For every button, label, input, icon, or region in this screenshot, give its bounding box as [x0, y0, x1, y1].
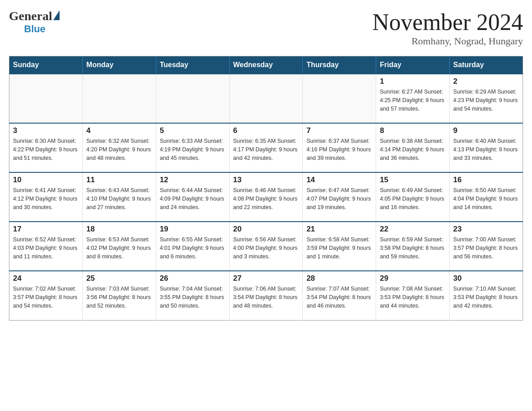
logo-blue-text: Blue: [24, 23, 46, 35]
calendar-day-cell: 20Sunrise: 6:56 AM Sunset: 4:00 PM Dayli…: [229, 222, 303, 271]
day-info: Sunrise: 6:50 AM Sunset: 4:04 PM Dayligh…: [453, 186, 519, 211]
day-number: 1: [380, 77, 446, 86]
day-info: Sunrise: 7:10 AM Sunset: 3:53 PM Dayligh…: [453, 285, 519, 310]
logo-block: General Blue: [9, 9, 60, 35]
calendar-week-row: 1Sunrise: 6:27 AM Sunset: 4:25 PM Daylig…: [9, 74, 523, 123]
page-location: Romhany, Nograd, Hungary: [373, 35, 523, 47]
calendar-day-cell: 3Sunrise: 6:30 AM Sunset: 4:22 PM Daylig…: [9, 123, 83, 172]
logo-general-text: General: [9, 9, 52, 23]
calendar-week-row: 3Sunrise: 6:30 AM Sunset: 4:22 PM Daylig…: [9, 123, 523, 172]
calendar-day-cell: 14Sunrise: 6:47 AM Sunset: 4:07 PM Dayli…: [303, 172, 376, 222]
day-info: Sunrise: 6:40 AM Sunset: 4:13 PM Dayligh…: [453, 137, 519, 162]
day-number: 7: [306, 126, 372, 135]
day-info: Sunrise: 6:53 AM Sunset: 4:02 PM Dayligh…: [86, 235, 152, 261]
logo-row1: General: [9, 9, 60, 23]
calendar-day-cell: 26Sunrise: 7:04 AM Sunset: 3:55 PM Dayli…: [156, 271, 229, 320]
calendar-day-cell: 4Sunrise: 6:32 AM Sunset: 4:20 PM Daylig…: [82, 123, 156, 172]
day-number: 27: [233, 274, 299, 283]
day-number: 29: [380, 274, 446, 283]
day-number: 16: [453, 176, 519, 184]
calendar-day-cell: 2Sunrise: 6:29 AM Sunset: 4:23 PM Daylig…: [450, 74, 523, 123]
calendar-day-cell: 7Sunrise: 6:37 AM Sunset: 4:16 PM Daylig…: [303, 123, 376, 172]
day-number: 14: [306, 176, 372, 184]
calendar-week-row: 17Sunrise: 6:52 AM Sunset: 4:03 PM Dayli…: [9, 222, 523, 271]
calendar-day-cell: 27Sunrise: 7:06 AM Sunset: 3:54 PM Dayli…: [229, 271, 303, 320]
day-info: Sunrise: 7:06 AM Sunset: 3:54 PM Dayligh…: [233, 285, 299, 310]
day-number: 10: [13, 176, 79, 184]
day-info: Sunrise: 6:52 AM Sunset: 4:03 PM Dayligh…: [13, 235, 79, 261]
day-of-week-header: Sunday: [9, 56, 83, 74]
day-info: Sunrise: 6:58 AM Sunset: 3:59 PM Dayligh…: [306, 235, 372, 261]
page-title: November 2024: [373, 9, 523, 35]
calendar-day-cell: 21Sunrise: 6:58 AM Sunset: 3:59 PM Dayli…: [303, 222, 376, 271]
page-header: General Blue November 2024 Romhany, Nogr…: [9, 9, 523, 47]
day-info: Sunrise: 6:56 AM Sunset: 4:00 PM Dayligh…: [233, 235, 299, 261]
day-number: 15: [380, 176, 446, 184]
day-number: 6: [233, 126, 299, 135]
day-number: 30: [453, 274, 519, 283]
calendar-week-row: 10Sunrise: 6:41 AM Sunset: 4:12 PM Dayli…: [9, 172, 523, 222]
day-info: Sunrise: 7:02 AM Sunset: 3:57 PM Dayligh…: [13, 285, 79, 310]
calendar-table: SundayMondayTuesdayWednesdayThursdayFrid…: [9, 56, 523, 321]
day-info: Sunrise: 7:00 AM Sunset: 3:57 PM Dayligh…: [453, 235, 519, 261]
day-number: 26: [160, 274, 226, 283]
day-number: 9: [453, 126, 519, 135]
day-info: Sunrise: 6:55 AM Sunset: 4:01 PM Dayligh…: [160, 235, 226, 261]
day-of-week-header: Friday: [376, 56, 450, 74]
calendar-day-cell: 16Sunrise: 6:50 AM Sunset: 4:04 PM Dayli…: [450, 172, 523, 222]
calendar-day-cell: 15Sunrise: 6:49 AM Sunset: 4:05 PM Dayli…: [376, 172, 450, 222]
calendar-day-cell: [229, 74, 303, 123]
day-info: Sunrise: 7:03 AM Sunset: 3:56 PM Dayligh…: [86, 285, 152, 310]
title-block: November 2024 Romhany, Nograd, Hungary: [373, 9, 523, 47]
calendar-day-cell: 12Sunrise: 6:44 AM Sunset: 4:09 PM Dayli…: [156, 172, 229, 222]
day-number: 18: [86, 225, 152, 234]
day-info: Sunrise: 7:08 AM Sunset: 3:53 PM Dayligh…: [380, 285, 446, 310]
calendar-day-cell: 17Sunrise: 6:52 AM Sunset: 4:03 PM Dayli…: [9, 222, 83, 271]
calendar-day-cell: 25Sunrise: 7:03 AM Sunset: 3:56 PM Dayli…: [82, 271, 156, 320]
calendar-day-cell: [303, 74, 376, 123]
calendar-day-cell: 22Sunrise: 6:59 AM Sunset: 3:58 PM Dayli…: [376, 222, 450, 271]
days-of-week-row: SundayMondayTuesdayWednesdayThursdayFrid…: [9, 56, 523, 74]
calendar-header: SundayMondayTuesdayWednesdayThursdayFrid…: [9, 56, 523, 74]
logo-row2: Blue: [9, 23, 60, 35]
logo-triangle-icon: [53, 10, 60, 20]
calendar-day-cell: 10Sunrise: 6:41 AM Sunset: 4:12 PM Dayli…: [9, 172, 83, 222]
day-number: 11: [86, 176, 152, 184]
day-info: Sunrise: 6:33 AM Sunset: 4:19 PM Dayligh…: [160, 137, 226, 162]
day-info: Sunrise: 6:32 AM Sunset: 4:20 PM Dayligh…: [86, 137, 152, 162]
day-info: Sunrise: 6:30 AM Sunset: 4:22 PM Dayligh…: [13, 137, 79, 162]
calendar-day-cell: 13Sunrise: 6:46 AM Sunset: 4:08 PM Dayli…: [229, 172, 303, 222]
day-info: Sunrise: 6:47 AM Sunset: 4:07 PM Dayligh…: [306, 186, 372, 211]
day-number: 3: [13, 126, 79, 135]
day-info: Sunrise: 6:59 AM Sunset: 3:58 PM Dayligh…: [380, 235, 446, 261]
day-of-week-header: Saturday: [450, 56, 523, 74]
day-number: 12: [160, 176, 226, 184]
day-info: Sunrise: 7:07 AM Sunset: 3:54 PM Dayligh…: [306, 285, 372, 310]
calendar-body: 1Sunrise: 6:27 AM Sunset: 4:25 PM Daylig…: [9, 74, 523, 320]
day-info: Sunrise: 6:29 AM Sunset: 4:23 PM Dayligh…: [453, 88, 519, 113]
day-info: Sunrise: 6:38 AM Sunset: 4:14 PM Dayligh…: [380, 137, 446, 162]
calendar-day-cell: [82, 74, 156, 123]
day-number: 22: [380, 225, 446, 234]
calendar-day-cell: 5Sunrise: 6:33 AM Sunset: 4:19 PM Daylig…: [156, 123, 229, 172]
day-number: 25: [86, 274, 152, 283]
day-of-week-header: Monday: [82, 56, 156, 74]
calendar-day-cell: 6Sunrise: 6:35 AM Sunset: 4:17 PM Daylig…: [229, 123, 303, 172]
calendar-day-cell: 18Sunrise: 6:53 AM Sunset: 4:02 PM Dayli…: [82, 222, 156, 271]
day-number: 20: [233, 225, 299, 234]
day-info: Sunrise: 6:49 AM Sunset: 4:05 PM Dayligh…: [380, 186, 446, 211]
day-info: Sunrise: 6:35 AM Sunset: 4:17 PM Dayligh…: [233, 137, 299, 162]
day-number: 28: [306, 274, 372, 283]
day-info: Sunrise: 7:04 AM Sunset: 3:55 PM Dayligh…: [160, 285, 226, 310]
calendar-day-cell: 11Sunrise: 6:43 AM Sunset: 4:10 PM Dayli…: [82, 172, 156, 222]
calendar-day-cell: 1Sunrise: 6:27 AM Sunset: 4:25 PM Daylig…: [376, 74, 450, 123]
day-number: 5: [160, 126, 226, 135]
day-number: 23: [453, 225, 519, 234]
day-number: 13: [233, 176, 299, 184]
day-number: 4: [86, 126, 152, 135]
day-info: Sunrise: 6:44 AM Sunset: 4:09 PM Dayligh…: [160, 186, 226, 211]
day-info: Sunrise: 6:27 AM Sunset: 4:25 PM Dayligh…: [380, 88, 446, 113]
day-number: 17: [13, 225, 79, 234]
calendar-day-cell: 30Sunrise: 7:10 AM Sunset: 3:53 PM Dayli…: [450, 271, 523, 320]
day-number: 2: [453, 77, 519, 86]
